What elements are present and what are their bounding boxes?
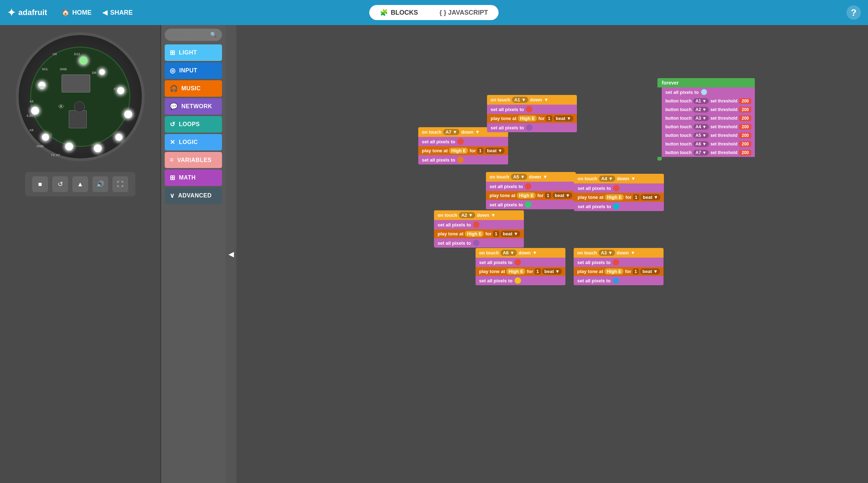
a5-beat-label[interactable]: beat ▼	[553, 192, 572, 199]
a6-color-dot[interactable]	[515, 259, 521, 266]
a5-color-dot[interactable]	[525, 183, 531, 190]
a5-color-dot2[interactable]	[525, 201, 531, 208]
a4-set-pixels2[interactable]: set all pixels to	[574, 202, 664, 211]
a2-color-dot2[interactable]	[473, 240, 479, 246]
a3-pin[interactable]: A3 ▼	[599, 250, 615, 256]
a7-tone-pitch[interactable]: High E	[449, 148, 468, 154]
threshold-a3[interactable]: button touch A3 ▼ set threshold 200	[662, 114, 755, 123]
a3-tone[interactable]: play tone at High E for 1 beat ▼	[574, 267, 664, 276]
logo[interactable]: ✦ adafruit	[7, 7, 47, 19]
down-a3-arrow[interactable]: ▼	[631, 250, 635, 255]
category-light[interactable]: ⊞ LIGHT	[165, 44, 222, 61]
threshold-a1[interactable]: button touch A1 ▼ set threshold 200	[662, 97, 755, 105]
a7-color-dot[interactable]	[457, 138, 464, 145]
threshold-a2-val[interactable]: 200	[739, 107, 751, 113]
a1-set-pixels2[interactable]: set all pixels to	[487, 123, 577, 132]
a7-beat-num[interactable]: 1	[477, 148, 483, 154]
a2-pin[interactable]: A2 ▼	[459, 212, 475, 218]
nav-home[interactable]: 🏠 HOME	[62, 9, 92, 16]
threshold-a4-val[interactable]: 200	[739, 124, 751, 130]
a1-beat-label[interactable]: beat ▼	[554, 115, 573, 121]
threshold-a1-pin[interactable]: A1 ▼	[693, 98, 709, 104]
a6-color-dot2[interactable]	[515, 277, 521, 284]
a3-color-dot[interactable]	[613, 259, 619, 266]
threshold-a5-val[interactable]: 200	[739, 133, 751, 138]
workspace[interactable]: on touch A7 ▼ down ▼ set all pixels to p…	[236, 25, 868, 483]
down-arrow[interactable]: ▼	[475, 129, 480, 135]
a1-pin[interactable]: A1 ▼	[512, 97, 528, 103]
touch-a1-event[interactable]: on touch A1 ▼ down ▼	[487, 95, 577, 105]
search-input[interactable]	[170, 32, 207, 38]
a7-set-pixels[interactable]: set all pixels to	[418, 137, 508, 146]
a4-set-pixels[interactable]: set all pixels to	[574, 183, 664, 193]
down-a4-arrow[interactable]: ▼	[631, 176, 636, 181]
a5-tone[interactable]: play tone at High E for 1 beat ▼	[486, 191, 576, 200]
threshold-a7-val[interactable]: 200	[739, 150, 751, 156]
forever-set-pixels[interactable]: set all pixels to	[662, 87, 755, 97]
a5-beat-num[interactable]: 1	[545, 192, 551, 199]
restart-button[interactable]: ↺	[52, 176, 68, 192]
a6-set-pixels2[interactable]: set all pixels to	[476, 276, 565, 285]
a2-beat-label[interactable]: beat ▼	[501, 231, 520, 237]
category-variables[interactable]: ≡ VARIABLES	[165, 152, 222, 168]
sound-button[interactable]: 🔊	[92, 176, 108, 192]
category-input[interactable]: ◎ INPUT	[165, 62, 222, 79]
touch-a3-event[interactable]: on touch A3 ▼ down ▼	[574, 248, 664, 258]
down-a1-arrow[interactable]: ▼	[544, 97, 549, 102]
threshold-a1-val[interactable]: 200	[739, 98, 751, 104]
forever-color-dot[interactable]	[701, 89, 707, 95]
a6-pin[interactable]: A6 ▼	[501, 250, 517, 256]
a6-set-pixels[interactable]: set all pixels to	[476, 258, 565, 267]
threshold-a6-pin[interactable]: A6 ▼	[693, 141, 709, 147]
threshold-a3-pin[interactable]: A3 ▼	[693, 115, 709, 121]
a5-set-pixels[interactable]: set all pixels to	[486, 182, 576, 191]
nav-share[interactable]: ◀ SHARE	[102, 9, 133, 16]
threshold-a7[interactable]: button touch A7 ▼ set threshold 200	[662, 148, 755, 157]
threshold-a5[interactable]: button touch A5 ▼ set threshold 200	[662, 131, 755, 140]
a4-tone-pitch[interactable]: High E	[605, 194, 624, 200]
down-a6-arrow[interactable]: ▼	[532, 250, 537, 255]
category-music[interactable]: 🎧 MUSIC	[165, 80, 222, 97]
a4-beat-label[interactable]: beat ▼	[641, 194, 660, 200]
a2-tone[interactable]: play tone at High E for 1 beat ▼	[434, 229, 524, 238]
touch-a6-event[interactable]: on touch A6 ▼ down ▼	[476, 248, 565, 258]
category-math[interactable]: ⊞ MATH	[165, 169, 222, 186]
a7-set-pixels2[interactable]: set all pixels to	[418, 155, 508, 164]
threshold-a2-pin[interactable]: A2 ▼	[693, 107, 709, 113]
a7-beat-label[interactable]: beat ▼	[485, 148, 505, 154]
category-loops[interactable]: ↺ LOOPS	[165, 116, 222, 133]
threshold-a3-val[interactable]: 200	[739, 115, 751, 121]
a1-tone[interactable]: play tone at High E for 1 beat ▼	[487, 114, 577, 123]
threshold-a4-pin[interactable]: A4 ▼	[693, 124, 709, 130]
a1-set-pixels[interactable]: set all pixels to	[487, 105, 577, 114]
a3-beat-label[interactable]: beat ▼	[640, 268, 660, 274]
a3-beat-num[interactable]: 1	[633, 268, 639, 274]
category-logic[interactable]: ✕ LOGIC	[165, 134, 222, 150]
a5-set-pixels2[interactable]: set all pixels to	[486, 200, 576, 209]
a1-beat-num[interactable]: 1	[546, 115, 552, 121]
down-a2-arrow[interactable]: ▼	[491, 212, 496, 218]
a1-tone-pitch[interactable]: High E	[518, 115, 537, 121]
a4-color-dot[interactable]	[613, 185, 619, 191]
a2-color-dot[interactable]	[473, 221, 479, 228]
a5-pin[interactable]: A5 ▼	[511, 174, 527, 180]
a2-set-pixels[interactable]: set all pixels to	[434, 220, 524, 229]
collapse-panel[interactable]: ◀	[226, 25, 236, 483]
a2-tone-pitch[interactable]: High E	[465, 231, 484, 237]
threshold-a5-pin[interactable]: A5 ▼	[693, 133, 709, 138]
upload-button[interactable]: ▲	[72, 176, 88, 192]
category-advanced[interactable]: ∨ ADVANCED	[165, 187, 222, 204]
a4-beat-num[interactable]: 1	[633, 194, 639, 200]
search-container[interactable]: 🔍	[165, 29, 222, 41]
fullscreen-button[interactable]: ⛶	[112, 176, 128, 192]
a5-tone-pitch[interactable]: High E	[517, 192, 536, 199]
threshold-a6-val[interactable]: 200	[739, 141, 751, 147]
down-a5-arrow[interactable]: ▼	[543, 174, 548, 180]
a7-color-dot2[interactable]	[457, 157, 464, 163]
threshold-a4[interactable]: button touch A4 ▼ set threshold 200	[662, 123, 755, 131]
help-button[interactable]: ?	[847, 5, 861, 20]
a3-set-pixels2[interactable]: set all pixels to	[574, 276, 664, 285]
threshold-a2[interactable]: button touch A2 ▼ set threshold 200	[662, 105, 755, 114]
a3-color-dot2[interactable]	[613, 277, 619, 284]
a3-tone-pitch[interactable]: High E	[604, 268, 623, 274]
